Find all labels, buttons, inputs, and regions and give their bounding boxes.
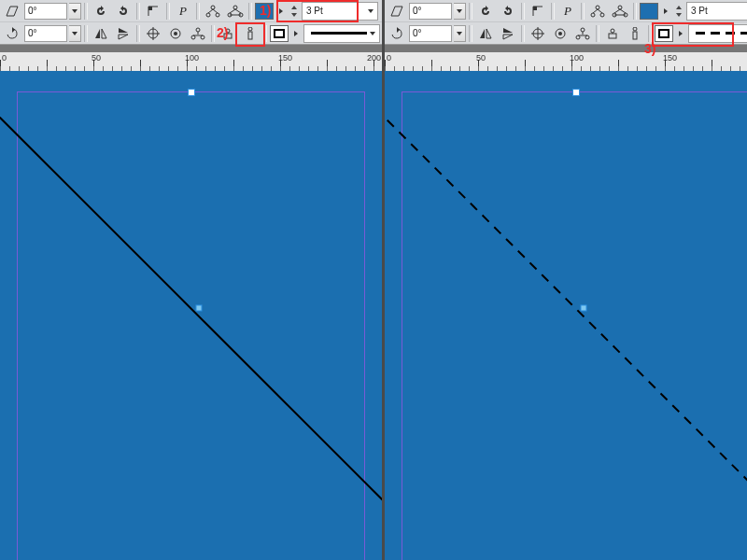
svg-marker-18 — [95, 29, 100, 38]
canvas[interactable] — [0, 71, 382, 560]
group-icon[interactable] — [225, 2, 246, 21]
rotate-cw-icon[interactable] — [113, 2, 134, 21]
svg-marker-58 — [486, 29, 491, 38]
break-icon[interactable] — [240, 24, 261, 43]
rotation-dropdown-2[interactable] — [69, 25, 81, 42]
svg-rect-33 — [224, 34, 232, 38]
fill-swatch[interactable] — [640, 3, 658, 20]
line-anchor[interactable] — [581, 305, 586, 311]
rotation-dropdown-1[interactable] — [454, 3, 466, 20]
stroke-flyout[interactable] — [675, 24, 686, 43]
flip-h-icon[interactable] — [475, 24, 496, 43]
paragraph-style-icon[interactable]: P — [557, 2, 578, 21]
fill-flyout[interactable] — [275, 2, 287, 21]
svg-rect-71 — [609, 34, 616, 38]
svg-marker-0 — [7, 7, 18, 16]
svg-line-52 — [620, 9, 626, 13]
rotate-ccw-icon[interactable] — [475, 2, 496, 21]
svg-marker-21 — [119, 35, 128, 39]
rotation-field-2[interactable]: 0° — [24, 25, 67, 42]
rotation-field-1[interactable]: 0° — [24, 3, 67, 20]
svg-point-75 — [633, 27, 637, 31]
dashed-line-preview — [696, 32, 747, 35]
stroke-style-select[interactable] — [303, 24, 380, 43]
anchor-icon[interactable] — [602, 24, 623, 43]
stroke-weight-select[interactable]: 3 Pt — [686, 2, 747, 21]
target-icon[interactable] — [165, 24, 186, 43]
crosshair-icon[interactable] — [528, 24, 548, 43]
ungroup-icon[interactable] — [587, 2, 608, 21]
svg-marker-17 — [12, 27, 15, 33]
ungroup-icon[interactable] — [203, 2, 223, 21]
line-anchor[interactable] — [196, 305, 202, 311]
svg-rect-36 — [248, 32, 252, 39]
svg-marker-57 — [480, 29, 485, 38]
rotate-ccw-icon[interactable] — [91, 2, 111, 21]
stroke-weight-stepper[interactable] — [289, 2, 300, 21]
target-icon[interactable] — [550, 24, 571, 43]
svg-line-76 — [385, 108, 747, 510]
svg-line-46 — [593, 9, 598, 13]
svg-marker-60 — [503, 35, 513, 39]
paragraph-style-icon[interactable]: P — [173, 2, 193, 21]
toolbar-row-1: 0° P 3 Pt 1) — [0, 0, 382, 22]
rotation-field-2[interactable]: 0° — [409, 25, 452, 42]
align-corner-icon[interactable] — [528, 2, 548, 21]
anchor-icon[interactable] — [218, 24, 238, 43]
toolbar: 0° P 3 Pt — [385, 0, 747, 45]
svg-point-45 — [596, 6, 599, 9]
stroke-weight-stepper[interactable] — [673, 2, 684, 21]
canvas[interactable] — [385, 71, 747, 560]
stroke-weight-select[interactable]: 3 Pt — [302, 2, 378, 21]
svg-point-34 — [226, 29, 230, 33]
svg-line-13 — [235, 9, 241, 13]
svg-point-11 — [233, 6, 237, 9]
fill-flyout[interactable] — [660, 2, 671, 21]
tree-icon[interactable] — [188, 24, 208, 43]
align-corner-icon[interactable] — [143, 2, 163, 21]
stroke-style-select[interactable] — [688, 24, 747, 43]
svg-marker-55 — [676, 13, 682, 17]
svg-marker-19 — [102, 29, 106, 38]
svg-point-43 — [591, 13, 595, 17]
toolbar-row-2: 0° 3) — [385, 22, 747, 44]
svg-marker-59 — [503, 28, 513, 33]
svg-marker-39 — [391, 7, 402, 16]
svg-marker-54 — [676, 6, 682, 9]
svg-point-29 — [201, 35, 204, 39]
svg-point-44 — [600, 13, 604, 17]
group-icon[interactable] — [610, 2, 630, 21]
svg-marker-56 — [397, 27, 400, 33]
rotate-icon — [387, 24, 407, 43]
flip-v-icon[interactable] — [113, 24, 134, 43]
diagonal-line-dashed[interactable] — [385, 71, 747, 560]
flip-v-icon[interactable] — [498, 24, 518, 43]
break-icon[interactable] — [625, 24, 645, 43]
diagonal-line-solid[interactable] — [0, 71, 382, 560]
fill-swatch[interactable] — [255, 3, 274, 20]
svg-point-65 — [558, 32, 562, 35]
shear-icon — [2, 2, 22, 21]
rotation-dropdown-1[interactable] — [69, 3, 81, 20]
svg-point-72 — [611, 29, 614, 33]
flip-h-icon[interactable] — [91, 24, 111, 43]
toolbar-row-2: 0° 2) — [0, 22, 382, 44]
svg-point-5 — [216, 13, 219, 17]
svg-point-6 — [211, 6, 215, 9]
rotation-field-1[interactable]: 0° — [409, 3, 452, 20]
stroke-flyout[interactable] — [290, 24, 302, 43]
stroke-weight-value: 3 Pt — [306, 6, 323, 16]
svg-point-26 — [174, 32, 177, 35]
stroke-swatch[interactable] — [655, 25, 673, 42]
svg-rect-40 — [533, 7, 537, 10]
svg-rect-74 — [633, 32, 637, 39]
svg-line-51 — [614, 9, 620, 13]
rotation-dropdown-2[interactable] — [454, 25, 466, 42]
svg-line-47 — [598, 9, 602, 13]
svg-marker-15 — [291, 6, 297, 9]
rotation-value: 0° — [28, 28, 37, 38]
rotate-cw-icon[interactable] — [498, 2, 518, 21]
stroke-swatch[interactable] — [270, 25, 289, 42]
tree-icon[interactable] — [572, 24, 593, 43]
crosshair-icon[interactable] — [143, 24, 163, 43]
